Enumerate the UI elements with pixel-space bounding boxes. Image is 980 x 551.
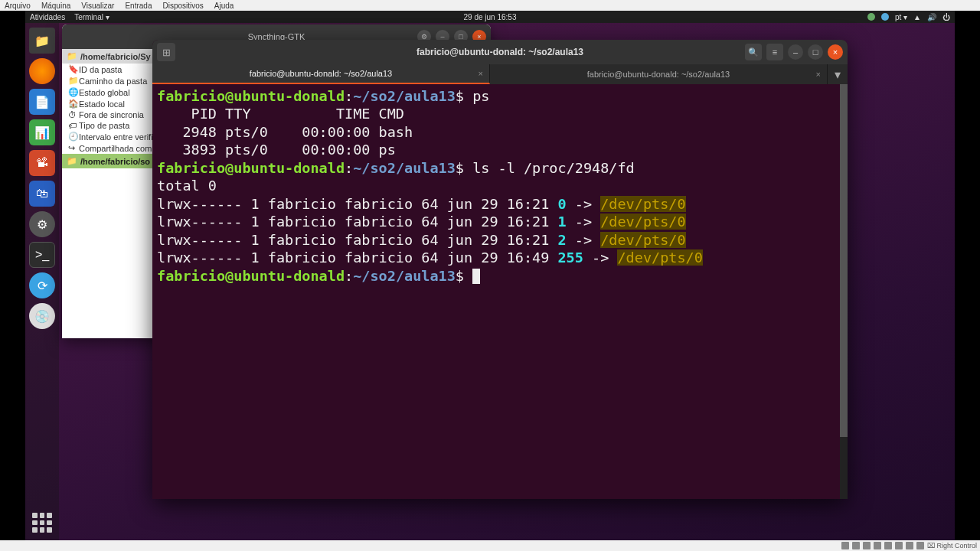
tree-item-label: Estado local: [79, 99, 125, 109]
tray-icon[interactable]: [867, 13, 875, 21]
guest-desktop: Atividades Terminal ▾ 29 de jun 16:53 pt…: [25, 11, 955, 540]
tree-item-label: Compartilhada com: [79, 144, 152, 153]
new-tab-button[interactable]: ⊞: [157, 43, 175, 61]
tree-item-icon: 🌐: [68, 87, 76, 97]
tab-close-icon[interactable]: ×: [816, 70, 821, 79]
tree-item-label: Fora de sincronia: [79, 110, 144, 119]
host-key-hint: ⌧ Right Control: [927, 542, 977, 549]
terminal-tab[interactable]: fabricio@ubuntu-donald: ~/so2/aula13 ×: [152, 64, 490, 84]
search-button[interactable]: 🔍: [745, 44, 762, 60]
vm-menu-item[interactable]: Dispositivos: [162, 2, 203, 10]
impress-icon[interactable]: 📽: [29, 150, 55, 176]
tree-item-label: Intervalo entre verifica: [79, 132, 162, 142]
calc-icon[interactable]: 📊: [29, 119, 55, 145]
terminal-output[interactable]: fabricio@ubuntu-donald:~/so2/aula13$ ps …: [152, 84, 848, 499]
tree-item-icon: 🏷: [68, 121, 76, 130]
volume-icon[interactable]: 🔊: [927, 13, 936, 21]
minimize-button[interactable]: –: [788, 44, 803, 60]
tree-item-icon: ↪: [68, 143, 76, 153]
gnome-topbar: Atividades Terminal ▾ 29 de jun 16:53 pt…: [25, 11, 955, 23]
tree-item-label: ID da pasta: [79, 65, 122, 74]
vm-status-icon[interactable]: [916, 542, 924, 549]
disc-icon[interactable]: 💿: [29, 303, 55, 329]
vm-menu-item[interactable]: Arquivo: [5, 2, 31, 10]
vm-status-icon[interactable]: [884, 542, 892, 549]
vm-host-menubar: Arquivo Máquina Visualizar Entrada Dispo…: [0, 0, 980, 11]
vm-status-icon[interactable]: [852, 542, 860, 549]
tree-item-label: Estado global: [79, 88, 130, 97]
writer-icon[interactable]: 📄: [29, 89, 55, 115]
terminal-tabbar: fabricio@ubuntu-donald: ~/so2/aula13 × f…: [152, 64, 848, 84]
folder-icon: 📁: [67, 156, 77, 166]
vm-menu-item[interactable]: Máquina: [41, 2, 70, 10]
software-icon[interactable]: 🛍: [29, 181, 55, 207]
activities-button[interactable]: Atividades: [30, 13, 65, 21]
tree-item-label: Tipo de pasta: [79, 121, 129, 130]
scrollbar-thumb[interactable]: [840, 84, 848, 437]
terminal-window[interactable]: ⊞ fabricio@ubuntu-donald: ~/so2/aula13 🔍…: [152, 40, 848, 499]
terminal-tab[interactable]: fabricio@ubuntu-donald: ~/so2/aula13 ×: [490, 64, 828, 84]
cursor: [472, 269, 480, 284]
firefox-icon[interactable]: [29, 58, 55, 84]
tree-item-icon: 🏠: [68, 99, 76, 109]
power-icon[interactable]: ⏻: [942, 13, 950, 21]
vm-menu-item[interactable]: Ajuda: [214, 2, 234, 10]
tree-item-icon: 📁: [68, 76, 76, 86]
vm-menu-item[interactable]: Entrada: [125, 2, 152, 10]
vm-status-icon[interactable]: [874, 542, 881, 549]
vm-status-icon[interactable]: [895, 542, 903, 549]
vm-status-icon[interactable]: [841, 542, 849, 549]
app-menu[interactable]: Terminal ▾: [74, 13, 109, 21]
ubuntu-dock: 📁 📄 📊 📽 🛍 ⚙ >_ ⟳ 💿: [25, 23, 59, 540]
folder-icon: 📁: [67, 51, 77, 61]
terminal-icon[interactable]: >_: [29, 242, 55, 268]
syncthing-icon[interactable]: ⟳: [29, 272, 55, 298]
vm-status-icon[interactable]: [863, 542, 871, 549]
tree-item-label: Caminho da pasta: [79, 77, 147, 86]
show-apps-button[interactable]: [29, 510, 55, 536]
vm-host-statusbar: ⌧ Right Control: [0, 540, 980, 551]
tray-icon[interactable]: [881, 13, 889, 21]
terminal-headerbar[interactable]: ⊞ fabricio@ubuntu-donald: ~/so2/aula13 🔍…: [152, 40, 848, 64]
vm-menu-item[interactable]: Visualizar: [81, 2, 114, 10]
files-app-icon[interactable]: 📁: [29, 28, 55, 54]
tab-close-icon[interactable]: ×: [479, 69, 483, 78]
vm-status-icon[interactable]: [906, 542, 913, 549]
scrollbar[interactable]: [840, 84, 848, 499]
close-button[interactable]: ×: [828, 44, 843, 60]
clock[interactable]: 29 de jun 16:53: [464, 13, 517, 21]
input-language[interactable]: pt ▾: [895, 13, 907, 21]
settings-icon[interactable]: ⚙: [29, 211, 55, 237]
tree-item-icon: 🔖: [68, 64, 76, 74]
tree-item-icon: ⏱: [68, 110, 76, 119]
network-icon[interactable]: ▲: [913, 13, 921, 21]
maximize-button[interactable]: □: [808, 44, 823, 60]
tree-item-icon: 🕘: [68, 132, 76, 142]
menu-button[interactable]: ≡: [766, 44, 783, 60]
window-title: fabricio@ubuntu-donald: ~/so2/aula13: [416, 47, 583, 57]
tab-dropdown-icon[interactable]: ▾: [828, 64, 848, 84]
